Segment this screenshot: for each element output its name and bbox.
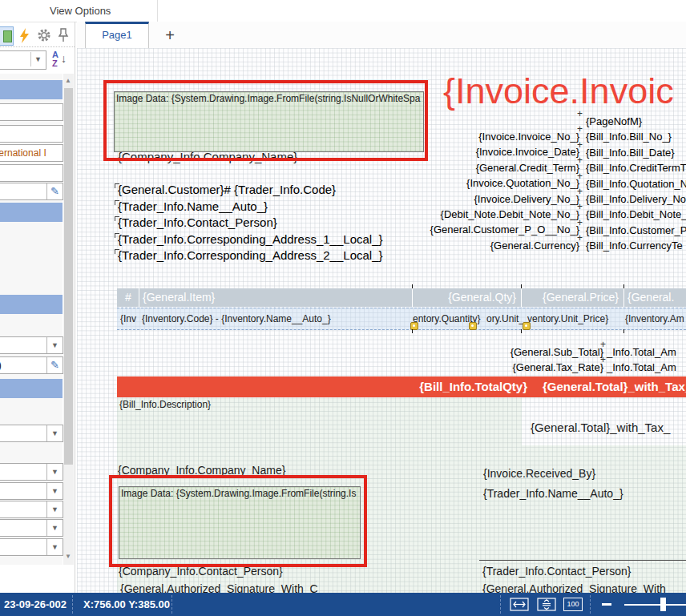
subtotal-labels[interactable]: {General.Sub_Total}{General.Tax_Rate}: [510, 344, 603, 376]
pencil-icon[interactable]: ✎: [46, 357, 63, 373]
cell-item[interactable]: {Inventory.Code} - {Inventory.Name__Auto…: [142, 313, 331, 324]
authorized-signature-field[interactable]: {General.Authorized_Signature_With_C: [120, 582, 318, 593]
value-field[interactable]: {Bill_Info.Bill_No_}: [586, 129, 686, 144]
subtotal-value[interactable]: _Info.Total_Am: [607, 344, 676, 360]
cell-amount[interactable]: {Inventory.Am: [625, 313, 684, 324]
value-field[interactable]: {PageNofM}: [586, 114, 686, 129]
sidebar-combo-6[interactable]: ▼: [0, 519, 63, 537]
pin-icon[interactable]: [54, 26, 72, 44]
chevron-down-icon[interactable]: ▼: [46, 464, 63, 480]
label-field[interactable]: {Invoice.Invoice_No_}: [430, 129, 579, 144]
value-field[interactable]: {Bill_Info.Quotation_N: [586, 176, 686, 191]
sidebar-combo-1[interactable]: ▼: [0, 336, 63, 354]
detail-row-band[interactable]: {Inv {Inventory.Code} - {Inventory.Name_…: [117, 308, 686, 330]
zoom-slider-track[interactable]: [624, 604, 686, 606]
total-qty-field[interactable]: {Bill_Info.TotalQty}: [419, 380, 527, 393]
col-qty[interactable]: {General.Qty}: [412, 291, 516, 304]
fit-width-button[interactable]: [510, 598, 529, 614]
value-field[interactable]: {Bill_Info.CurrencyTe: [586, 238, 686, 253]
col-item[interactable]: {General.Item}: [143, 291, 215, 304]
subtotal-values[interactable]: _Info.Total_Am_Info.Total_Am: [607, 344, 676, 376]
logo-image-placeholder[interactable]: Image Data: {System.Drawing.Image.FromFi…: [114, 91, 424, 152]
signature-image-placeholder[interactable]: Image Data: {System.Drawing.Image.FromFi…: [119, 486, 361, 559]
scrollbar-thumb[interactable]: [64, 88, 73, 465]
subtotal-value[interactable]: _Info.Total_Am: [607, 360, 676, 375]
value-field[interactable]: {Bill_Info.Delivery_No: [586, 191, 686, 207]
total-with-tax-text[interactable]: {General.Total}_with_Tax_: [531, 421, 670, 434]
sidebar-group-header[interactable]: [0, 80, 63, 99]
bill-info-column[interactable]: {PageNofM}{Bill_Info.Bill_No_}{Bill_Info…: [586, 114, 686, 254]
zoom-100-button[interactable]: 100: [563, 598, 583, 611]
label-field[interactable]: {Invoice.Invoice_Date}: [430, 144, 579, 159]
sidebar-input-3[interactable]: [0, 164, 63, 182]
sidebar-group-header[interactable]: [0, 295, 63, 314]
menu-view-options[interactable]: View Options: [50, 5, 111, 17]
value-field[interactable]: {Bill_Info.CreditTermT: [586, 160, 686, 175]
label-field[interactable]: {General.Credit_Term}: [430, 160, 579, 175]
cell-num[interactable]: {Inv: [120, 313, 136, 324]
col-num[interactable]: #: [125, 291, 131, 304]
chevron-down-icon[interactable]: ▼: [46, 539, 63, 555]
pencil-icon[interactable]: ✎: [46, 183, 63, 199]
chevron-down-icon[interactable]: ▼: [46, 520, 63, 536]
subtotal-label[interactable]: {General.Tax_Rate}: [510, 360, 603, 375]
highlight-box-logo[interactable]: Image Data: {System.Drawing.Image.FromFi…: [103, 80, 428, 161]
authorized-signature-field-2[interactable]: {General.Authorized_Signature_With: [482, 582, 666, 593]
chevron-down-icon[interactable]: ▼: [46, 425, 63, 441]
cell-unit[interactable]: ory.Unit_: [486, 313, 524, 324]
sidebar-group-header[interactable]: [0, 203, 63, 222]
subtotal-label[interactable]: {General.Sub_Total}: [510, 344, 603, 360]
chevron-down-icon[interactable]: ▼: [30, 52, 45, 66]
scroll-up-icon[interactable]: ▲: [65, 77, 71, 84]
customer-field[interactable]: {Trader_Info.Name__Auto_}: [118, 199, 383, 215]
zoom-out-button[interactable]: [602, 603, 611, 606]
toolbar-combobox[interactable]: ▼: [0, 50, 46, 70]
col-price[interactable]: {General.Price}: [523, 291, 619, 304]
sidebar-input-2[interactable]: [0, 125, 63, 143]
highlight-box-signature[interactable]: Image Data: {System.Drawing.Image.FromFi…: [109, 475, 367, 567]
total-with-tax-field[interactable]: {General.Total}_with_Tax_: [543, 380, 686, 393]
zoom-slider-handle[interactable]: [660, 598, 666, 611]
tab-page1[interactable]: Page1: [85, 22, 149, 48]
sidebar-input-international[interactable]: International I: [0, 144, 63, 162]
description-field[interactable]: {Bill_Info.Description}: [119, 399, 211, 410]
cell-price[interactable]: ventory.Unit_Price}: [527, 313, 608, 324]
sidebar-combo-7[interactable]: ▼: [0, 538, 63, 556]
customer-field[interactable]: {Trader_Info.Contact_Person}: [118, 215, 383, 232]
invoice-title-field[interactable]: {Invoice.Invoic: [443, 70, 674, 112]
label-field[interactable]: {General.Customer_P_O__No_}: [430, 222, 579, 237]
fit-page-button[interactable]: [537, 598, 556, 614]
value-field[interactable]: {Bill_Info.Customer_P: [586, 223, 686, 238]
received-by-field[interactable]: {Invoice.Received_By}: [483, 467, 595, 480]
customer-field[interactable]: {Trader_Info.Corresponding_Address_1__Lo…: [118, 232, 383, 248]
trader-name-field[interactable]: {Trader_Info.Name__Auto_}: [483, 487, 623, 500]
trader-contact-field[interactable]: {Trader_Info.Contact_Person}: [482, 565, 632, 578]
sort-az-icon[interactable]: A Z ↓: [50, 50, 71, 70]
lightning-icon[interactable]: [15, 26, 33, 44]
sidebar-input-edit-1[interactable]: ✎: [0, 183, 63, 200]
sidebar-group-header[interactable]: [0, 379, 63, 398]
sidebar-input-edit-2[interactable]: gs)✎: [0, 356, 63, 374]
chevron-down-icon[interactable]: ▼: [46, 337, 63, 353]
invoice-labels-column[interactable]: {Invoice.Invoice_No_}{Invoice.Invoice_Da…: [430, 129, 579, 253]
value-field[interactable]: {Bill_Info.Debit_Note_: [586, 207, 686, 222]
table-header-band[interactable]: # {General.Item} {General.Qty} {General.…: [117, 288, 686, 307]
add-page-button[interactable]: +: [160, 23, 180, 47]
sidebar-combo-5[interactable]: ▼: [0, 501, 63, 518]
design-canvas[interactable]: {Invoice.Invoic {Company_Info.Company_Na…: [77, 48, 686, 593]
value-field[interactable]: {Bill_Info.Bill_Date}: [586, 145, 686, 160]
panel-icon[interactable]: [0, 26, 14, 46]
scroll-down-icon[interactable]: ▼: [65, 553, 71, 560]
total-band[interactable]: {Bill_Info.TotalQty} {General.Total}_wit…: [117, 376, 686, 397]
customer-field[interactable]: {General.Customer}# {Trader_Info.Code}: [118, 182, 383, 199]
label-field[interactable]: {Debit_Note.Debit_Note_No_}: [430, 207, 579, 222]
customer-field[interactable]: {Trader_Info.Corresponding_Address_2__Lo…: [118, 248, 383, 264]
chevron-down-icon[interactable]: ▼: [46, 483, 63, 499]
sidebar-input-1[interactable]: [0, 103, 63, 121]
col-amount[interactable]: {General.: [627, 291, 674, 304]
label-field[interactable]: {Invoice.Delivery_No_}: [430, 191, 579, 207]
sidebar-combo-3[interactable]: ▼: [0, 463, 63, 481]
sidebar-combo-4[interactable]: ▼: [0, 482, 63, 500]
sidebar-scrollbar[interactable]: ▲ ▼: [63, 74, 74, 565]
customer-block[interactable]: {General.Customer}# {Trader_Info.Code}{T…: [118, 182, 383, 264]
